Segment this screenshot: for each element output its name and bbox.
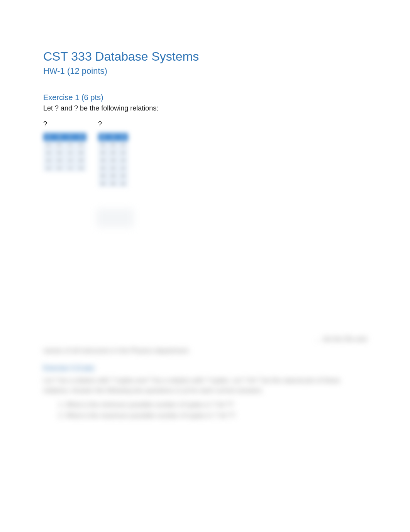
var-s: ?	[74, 104, 78, 112]
blurred-fragment-right: … list the IDs and	[43, 334, 367, 344]
document-page: CST 333 Database Systems HW-1 (12 points…	[0, 0, 410, 445]
exercise-3-list: What is the minimum possible number of t…	[43, 400, 367, 421]
relation-s-col: ? BDE b1d1e1 b2d2e2 b3d3e3 b4d4e4 b5d5e5…	[98, 120, 128, 187]
blurred-content-section: … list the IDs and names of all instruct…	[43, 334, 367, 421]
exercise-3-heading: Exercise 3 (3 pts)	[43, 363, 367, 373]
intro-prefix: Let	[43, 104, 55, 112]
relation-r-col: ? ABCD a1b1c1d1 a2b2c2d2 a3b3c3d3 a4b4c4…	[43, 120, 86, 187]
exercise-1-heading: Exercise 1 (6 pts)	[43, 93, 367, 102]
relations-tables-row: ? ABCD a1b1c1d1 a2b2c2d2 a3b3c3d3 a4b4c4…	[43, 120, 367, 187]
exercise-3-paragraph: Let ? be a relation with ? tuples and ? …	[43, 376, 367, 396]
blurred-fragment-line: names of all instructors in the Physics …	[43, 346, 367, 356]
assignment-subtitle: HW-1 (12 points)	[43, 66, 367, 76]
intro-mid: and	[59, 104, 74, 112]
blurred-shade-region	[97, 209, 134, 227]
intro-suffix: be the following relations:	[78, 104, 158, 112]
exercise-3-item-1: What is the minimum possible number of t…	[66, 400, 367, 410]
exercise-3-item-2: What is the maximum possible number of t…	[66, 411, 367, 421]
relation-s-table-blurred: BDE b1d1e1 b2d2e2 b3d3e3 b4d4e4 b5d5e5 b…	[98, 133, 128, 187]
exercise-1-intro: Let ? and ? be the following relations:	[43, 104, 367, 112]
relation-r-label: ?	[43, 120, 86, 128]
course-title: CST 333 Database Systems	[43, 49, 367, 64]
relation-r-table-blurred: ABCD a1b1c1d1 a2b2c2d2 a3b3c3d3 a4b4c4d4	[43, 133, 86, 172]
relation-s-label: ?	[98, 120, 128, 128]
var-r: ?	[55, 104, 59, 112]
